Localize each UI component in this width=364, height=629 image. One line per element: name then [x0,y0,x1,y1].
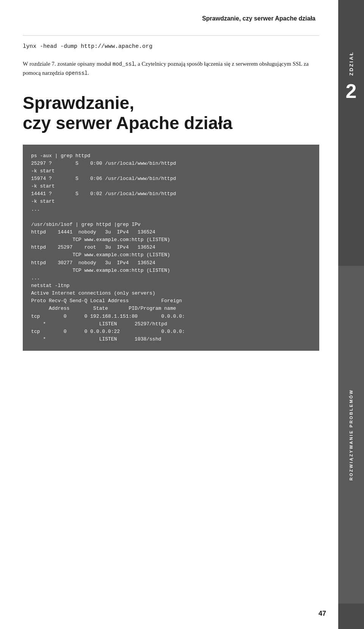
section-heading-line1: Sprawdzanie, [23,93,319,113]
section-heading-line2: czy serwer Apache działa [23,113,319,133]
code-block: ps -aux | grep httpd 25297 ? S 0:00 /usr… [23,145,319,351]
intro-text-part1: W rozdziale 7. zostanie opisany moduł [23,61,113,67]
inline-code-modssl: mod_ssl [113,61,135,67]
right-sidebar: ROZDZIAŁ 2 ROZWIĄZYWANIE PROBLEMÓW [338,0,364,629]
page-container: ROZDZIAŁ 2 ROZWIĄZYWANIE PROBLEMÓW Spraw… [0,0,364,629]
intro-text-part3: . [88,70,89,76]
main-content: Sprawdzanie, czy serwer Apache działa ly… [0,0,338,366]
sidebar-chapter-number: 2 [346,80,357,102]
inline-code-openssl: openssl [65,70,88,76]
section-heading: Sprawdzanie, czy serwer Apache działa [23,93,319,133]
top-command: lynx -head -dump http://www.apache.org [23,43,319,50]
intro-paragraph: W rozdziale 7. zostanie opisany moduł mo… [23,59,319,78]
header-divider [23,35,319,36]
sidebar-bottom-text: ROZWIĄZYWANIE PROBLEMÓW [349,389,353,481]
page-number: 47 [318,610,326,618]
page-header-title: Sprawdzanie, czy serwer Apache działa [23,15,319,22]
